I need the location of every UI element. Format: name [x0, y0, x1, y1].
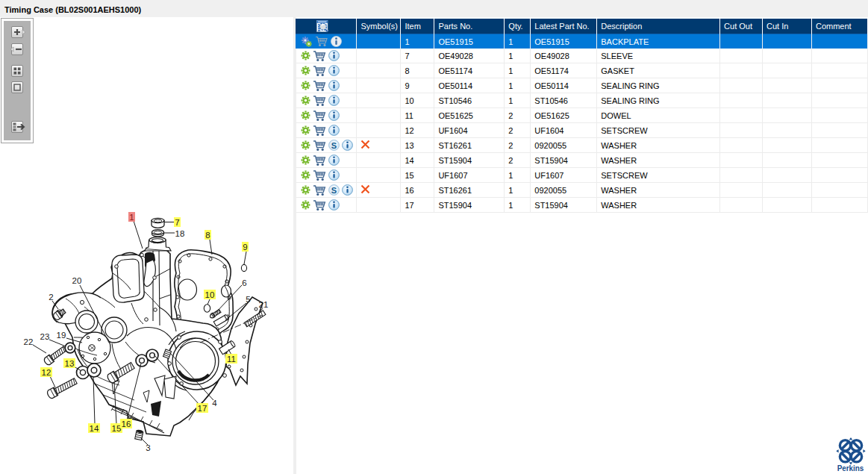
svg-text:7: 7: [175, 218, 179, 227]
svg-text:11: 11: [227, 355, 236, 364]
svg-text:10: 10: [205, 290, 215, 299]
svg-text:5: 5: [246, 295, 250, 304]
svg-text:9: 9: [243, 243, 247, 252]
svg-text:12: 12: [42, 368, 51, 377]
svg-text:8: 8: [205, 231, 210, 240]
svg-text:21: 21: [259, 300, 269, 309]
svg-text:15: 15: [112, 424, 122, 433]
svg-text:17: 17: [198, 404, 207, 413]
svg-text:Perkins: Perkins: [837, 464, 864, 473]
svg-text:16: 16: [122, 420, 131, 428]
svg-text:4: 4: [212, 399, 217, 408]
svg-text:22: 22: [24, 337, 34, 346]
svg-text:23: 23: [40, 332, 50, 341]
svg-text:6: 6: [242, 278, 246, 287]
svg-text:19: 19: [57, 331, 66, 340]
svg-text:13: 13: [65, 359, 75, 368]
svg-text:14: 14: [90, 424, 99, 433]
svg-text:1: 1: [129, 213, 134, 222]
svg-text:2: 2: [49, 293, 53, 302]
svg-text:3: 3: [146, 443, 150, 452]
svg-text:20: 20: [72, 276, 82, 285]
svg-text:18: 18: [175, 229, 185, 238]
